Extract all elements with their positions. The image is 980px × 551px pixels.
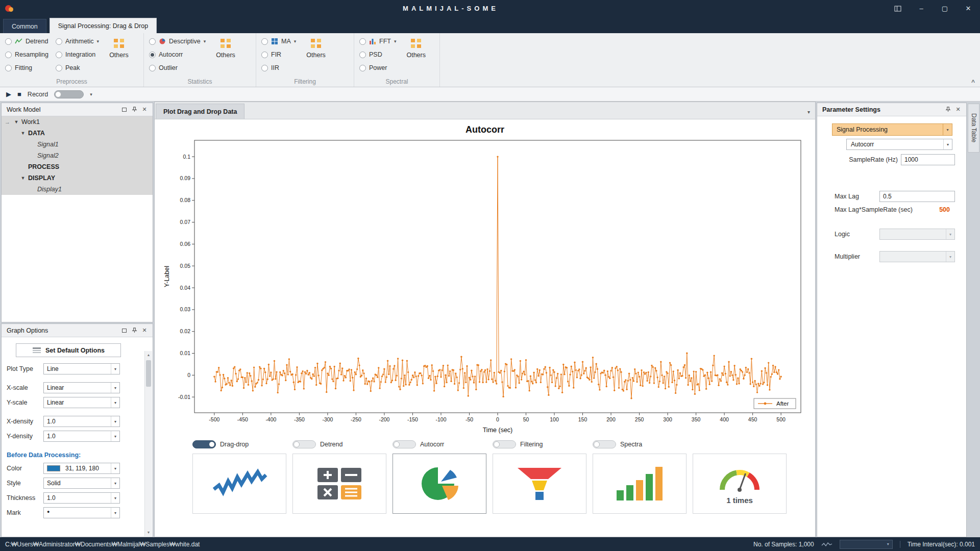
tab-plot-drag-drop-data[interactable]: Plot Drag and Drop Data [156, 104, 244, 119]
card-detrend[interactable] [292, 454, 386, 514]
radio-indicator[interactable] [261, 52, 268, 58]
tab-signal-processing[interactable]: Signal Processing: Drag & Drop [50, 18, 157, 33]
ribbon-item-resampling[interactable]: Resampling [5, 49, 48, 60]
maximize-button[interactable]: ▢ [933, 0, 957, 17]
toggle-switch[interactable] [192, 440, 216, 448]
close-panel-icon[interactable]: ✕ [139, 326, 150, 335]
radio-indicator[interactable] [56, 38, 62, 45]
pin-icon[interactable] [129, 105, 139, 114]
chevron-down-icon[interactable]: ▼ [13, 119, 19, 124]
ribbon-item-ma[interactable]: MA ▾ [261, 36, 296, 46]
ribbon-item-integration[interactable]: Integration [56, 49, 99, 60]
toggle-filtering[interactable]: Filtering [493, 440, 593, 448]
signal-processing-select[interactable]: Signal Processing ▾ [832, 123, 952, 136]
pin-icon[interactable] [129, 326, 139, 335]
radio-indicator[interactable] [56, 65, 62, 71]
ribbon-others-spectral[interactable]: Others [403, 36, 429, 77]
card-filtering[interactable] [493, 454, 586, 514]
dropdown-caret-icon[interactable]: ▾ [97, 39, 100, 44]
play-button[interactable]: ▶ [6, 90, 11, 98]
close-button[interactable]: ✕ [957, 0, 980, 17]
set-default-options-button[interactable]: Set Default Options [16, 343, 121, 357]
chevron-down-icon[interactable]: ▾ [111, 463, 119, 473]
tree-item-process[interactable]: PROCESS [2, 161, 153, 172]
dropdown-caret-icon[interactable]: ▾ [204, 39, 206, 44]
toggle-autocorr[interactable]: Autocorr [393, 440, 493, 448]
chevron-down-icon[interactable]: ▾ [111, 508, 119, 518]
tree-item-signal2[interactable]: Signal2 [2, 150, 153, 161]
ribbon-item-arithmetic[interactable]: Arithmetic ▾ [56, 36, 99, 46]
chevron-down-icon[interactable]: ▾ [111, 364, 119, 374]
logic-select[interactable]: ▾ [879, 229, 955, 240]
toggle-drag-drop[interactable]: Drag-drop [192, 440, 292, 448]
radio-indicator[interactable] [5, 52, 12, 58]
ribbon-item-power[interactable]: Power [359, 63, 396, 73]
tab-common[interactable]: Common [3, 19, 46, 33]
samplerate-input[interactable]: 1000 [901, 154, 955, 165]
chevron-down-icon[interactable]: ▾ [943, 139, 952, 149]
max-lag-input[interactable]: 0.5 [879, 191, 955, 202]
ribbon-item-detrend[interactable]: Detrend [5, 36, 48, 46]
x-scale-select[interactable]: Linear▾ [43, 382, 120, 393]
scroll-down-icon[interactable]: ▼ [145, 529, 152, 536]
ribbon-item-iir[interactable]: IIR [261, 63, 296, 73]
toggle-spectra[interactable]: Spectra [593, 440, 693, 448]
record-dropdown-icon[interactable]: ▾ [90, 92, 92, 97]
method-select[interactable]: Autocorr ▾ [846, 139, 952, 150]
scroll-up-icon[interactable]: ▲ [145, 351, 152, 359]
ribbon-others-filtering[interactable]: Others [303, 36, 329, 77]
ribbon-collapse-icon[interactable]: ^ [971, 79, 975, 86]
minimize-button[interactable]: – [910, 0, 933, 17]
radio-indicator[interactable] [359, 38, 366, 45]
record-toggle[interactable] [54, 90, 84, 98]
dropdown-caret-icon[interactable]: ▾ [394, 39, 397, 44]
status-select[interactable]: ▾ [840, 540, 893, 549]
float-window-icon[interactable] [119, 326, 129, 335]
chevron-down-icon[interactable]: ▼ [20, 176, 26, 181]
tab-data-table[interactable]: Data Table [968, 104, 979, 153]
toggle-switch[interactable] [393, 440, 416, 448]
thickness-select[interactable]: 1.0▾ [43, 492, 120, 504]
float-window-icon[interactable] [119, 105, 129, 114]
chevron-down-icon[interactable]: ▾ [111, 493, 119, 503]
radio-indicator[interactable] [56, 52, 62, 58]
tabbar-dropdown-icon[interactable]: ▾ [807, 109, 810, 115]
radio-indicator[interactable] [359, 52, 366, 58]
ribbon-item-fft[interactable]: FFT ▾ [359, 36, 396, 46]
tree-item-signal1[interactable]: Signal1 [2, 139, 153, 150]
radio-indicator[interactable] [359, 65, 366, 71]
x-density-select[interactable]: 1.0▾ [43, 416, 120, 427]
chevron-down-icon[interactable]: ▾ [884, 540, 892, 548]
ribbon-item-peak[interactable]: Peak [56, 63, 99, 73]
radio-indicator[interactable] [261, 65, 268, 71]
stop-button[interactable]: ■ [17, 90, 21, 98]
mark-select[interactable]: ●▾ [43, 507, 120, 518]
toggle-switch[interactable] [593, 440, 616, 448]
graph-options-scrollbar[interactable]: ▲ ▼ [144, 351, 152, 536]
radio-indicator-selected[interactable] [149, 52, 156, 58]
layout-switch-icon[interactable] [886, 0, 910, 17]
radio-indicator[interactable] [5, 38, 12, 45]
toggle-switch[interactable] [292, 440, 316, 448]
card-drag-drop[interactable] [192, 454, 286, 514]
chevron-down-icon[interactable]: ▼ [20, 131, 26, 136]
style-select[interactable]: Solid▾ [43, 478, 120, 489]
close-panel-icon[interactable]: ✕ [139, 105, 150, 114]
toggle-switch[interactable] [493, 440, 516, 448]
y-scale-select[interactable]: Linear▾ [43, 397, 120, 408]
chevron-down-icon[interactable]: ▾ [111, 478, 119, 488]
multiplier-select[interactable]: ▾ [879, 251, 955, 262]
ribbon-item-autocorr[interactable]: Autocorr [149, 49, 206, 60]
card-autocorr[interactable] [393, 454, 486, 514]
close-panel-icon[interactable]: ✕ [953, 105, 963, 114]
chevron-down-icon[interactable]: ▾ [111, 431, 119, 441]
ribbon-item-outlier[interactable]: Outlier [149, 63, 206, 73]
radio-indicator[interactable] [261, 38, 268, 45]
tree-item-display1[interactable]: Display1 [2, 184, 153, 195]
pin-icon[interactable] [943, 105, 953, 114]
chevron-down-icon[interactable]: ▾ [111, 397, 119, 408]
color-select[interactable]: 31, 119, 180▾ [43, 463, 120, 474]
chevron-down-icon[interactable]: ▾ [111, 416, 119, 427]
chevron-down-icon[interactable]: ▾ [943, 124, 952, 135]
ribbon-item-psd[interactable]: PSD [359, 49, 396, 60]
